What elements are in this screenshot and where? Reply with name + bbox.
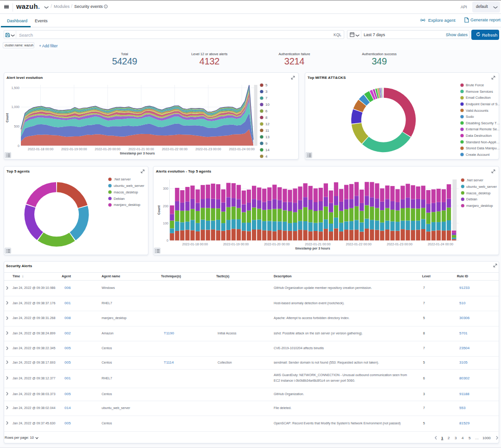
svg-text:2022-01-23 00:00: 2022-01-23 00:00 xyxy=(195,147,221,151)
svg-text:Sudo: Sudo xyxy=(466,115,474,119)
svg-text:6: 6 xyxy=(265,109,268,113)
svg-text:Endpoint Denial of S…: Endpoint Denial of S… xyxy=(466,102,500,106)
svg-text:.Net server: .Net server xyxy=(114,177,131,181)
svg-text:5: 5 xyxy=(265,83,268,87)
svg-text:2022-01-18 00:00: 2022-01-18 00:00 xyxy=(28,147,53,151)
svg-text:12: 12 xyxy=(265,122,270,126)
svg-text:Count: Count xyxy=(6,113,9,122)
svg-text:2022-01-19 00:00: 2022-01-19 00:00 xyxy=(223,243,249,246)
svg-text:manjaro_desktop: manjaro_desktop xyxy=(114,203,141,207)
svg-text:Create Account: Create Account xyxy=(466,153,490,157)
svg-text:Debian: Debian xyxy=(466,197,477,201)
svg-text:.Net server: .Net server xyxy=(466,178,483,182)
svg-text:manjaro_desktop: manjaro_desktop xyxy=(466,204,493,208)
svg-text:10: 10 xyxy=(265,102,270,107)
svg-text:300: 300 xyxy=(163,187,168,190)
svg-text:13: 13 xyxy=(265,135,270,139)
svg-text:2022-01-23 00:00: 2022-01-23 00:00 xyxy=(387,243,412,246)
svg-text:2022-01-18 00:00: 2022-01-18 00:00 xyxy=(182,243,208,246)
svg-text:4: 4 xyxy=(265,154,268,159)
svg-text:2022-01-24 00:00: 2022-01-24 00:00 xyxy=(428,243,453,246)
svg-text:7: 7 xyxy=(265,96,268,100)
svg-text:100: 100 xyxy=(163,222,168,225)
svg-text:Stored Data Manipu…: Stored Data Manipu… xyxy=(466,146,500,150)
svg-text:2022-01-20 00:00: 2022-01-20 00:00 xyxy=(95,147,120,151)
svg-text:200: 200 xyxy=(163,205,168,208)
svg-text:Brute Force: Brute Force xyxy=(466,83,484,87)
svg-text:timestamp per 3 hours: timestamp per 3 hours xyxy=(120,152,154,155)
svg-text:Email Collection: Email Collection xyxy=(466,96,491,100)
svg-text:Valid Accounts: Valid Accounts xyxy=(466,109,488,113)
svg-text:timestamp per 3 hours: timestamp per 3 hours xyxy=(295,247,330,250)
svg-text:2022-01-20 00:00: 2022-01-20 00:00 xyxy=(264,243,289,246)
svg-text:ubuntu_web_server: ubuntu_web_server xyxy=(466,185,497,189)
svg-text:2022-01-19 00:00: 2022-01-19 00:00 xyxy=(61,147,87,151)
svg-text:11: 11 xyxy=(265,128,270,133)
svg-text:8: 8 xyxy=(265,115,268,120)
svg-text:ubuntu_web_server: ubuntu_web_server xyxy=(114,184,144,188)
svg-text:2022-01-24 00:00: 2022-01-24 00:00 xyxy=(229,147,255,151)
svg-text:500: 500 xyxy=(14,125,19,128)
svg-text:Data Destruction: Data Destruction xyxy=(466,134,492,138)
svg-text:1,500: 1,500 xyxy=(11,86,19,90)
svg-text:2022-01-22 00:00: 2022-01-22 00:00 xyxy=(162,147,187,151)
svg-text:2022-01-21 00:00: 2022-01-21 00:00 xyxy=(305,243,330,246)
svg-text:2022-01-21 00:00: 2022-01-21 00:00 xyxy=(128,147,154,151)
svg-text:0: 0 xyxy=(167,239,168,242)
svg-text:macos_desktop: macos_desktop xyxy=(114,190,138,194)
svg-text:Standard Non-Appli…: Standard Non-Appli… xyxy=(466,140,500,144)
svg-text:3: 3 xyxy=(265,90,268,94)
svg-text:Disabling Security T…: Disabling Security T… xyxy=(466,121,500,125)
svg-text:9: 9 xyxy=(265,141,268,146)
svg-text:macos_desktop: macos_desktop xyxy=(466,191,491,195)
svg-text:14: 14 xyxy=(265,148,270,152)
svg-text:2022-01-22 00:00: 2022-01-22 00:00 xyxy=(346,243,372,246)
svg-text:1,000: 1,000 xyxy=(11,105,19,109)
svg-text:Debian: Debian xyxy=(114,197,125,201)
svg-text:External Remote Se…: External Remote Se… xyxy=(466,127,500,131)
svg-text:Count: Count xyxy=(157,205,161,215)
svg-text:0: 0 xyxy=(18,144,19,147)
svg-text:Remove Services: Remove Services xyxy=(466,90,493,94)
